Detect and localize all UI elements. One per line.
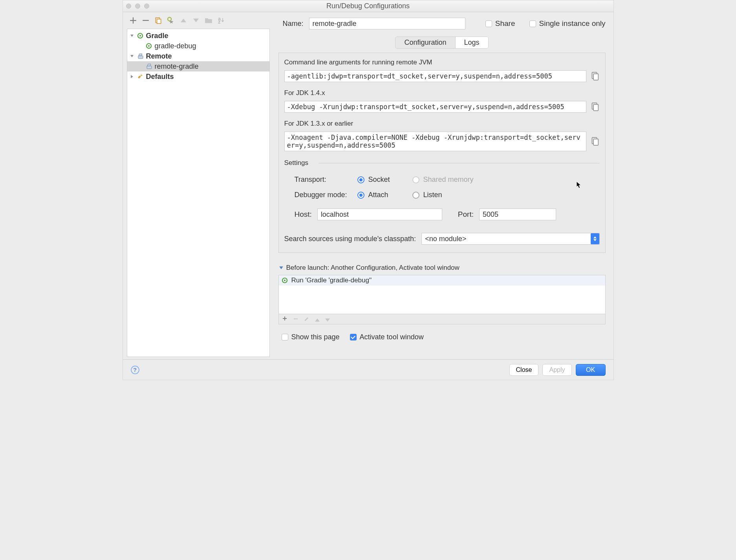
- configuration-panel: Command line arguments for running remot…: [278, 53, 606, 253]
- checkbox-icon[interactable]: [485, 20, 492, 27]
- copy-icon[interactable]: [591, 72, 600, 81]
- tree-node-label: Remote: [146, 52, 172, 60]
- tree-node-gradle[interactable]: Gradle: [127, 31, 269, 41]
- before-launch-section: Before launch: Another Configuration, Ac…: [278, 264, 606, 324]
- single-instance-checkbox[interactable]: Single instance only: [529, 19, 606, 28]
- svg-rect-8: [138, 56, 143, 59]
- tab-logs[interactable]: Logs: [456, 37, 488, 48]
- search-sources-label: Search sources using module's classpath:: [284, 235, 416, 243]
- show-this-page-checkbox[interactable]: Show this page: [282, 333, 340, 341]
- radio-icon[interactable]: [357, 192, 364, 199]
- gradle-icon: [137, 33, 144, 39]
- add-icon[interactable]: [129, 16, 137, 24]
- config-tree[interactable]: Gradle gradle-debug: [127, 29, 270, 357]
- svg-point-17: [284, 280, 286, 281]
- gradle-icon: [145, 43, 152, 49]
- tree-node-label: remote-gradle: [155, 62, 199, 71]
- remove-icon[interactable]: [293, 315, 298, 324]
- svg-rect-15: [593, 139, 598, 145]
- add-icon[interactable]: [282, 315, 287, 324]
- name-input[interactable]: [309, 18, 465, 29]
- checkbox-icon[interactable]: [350, 334, 357, 340]
- apply-button[interactable]: Apply: [542, 364, 571, 376]
- disclose-icon[interactable]: [278, 265, 284, 270]
- single-instance-label: Single instance only: [539, 19, 606, 28]
- transport-socket-radio[interactable]: Socket: [357, 176, 412, 184]
- cmd-line-label-3: For JDK 1.3.x or earlier: [284, 120, 600, 128]
- copy-config-icon[interactable]: [154, 16, 162, 24]
- remote-icon: [137, 53, 144, 59]
- dropdown-stepper-icon[interactable]: [591, 233, 599, 244]
- radio-icon: [412, 176, 419, 183]
- ok-button[interactable]: OK: [576, 364, 606, 376]
- svg-rect-2: [157, 19, 161, 24]
- activate-tool-checkbox[interactable]: Activate tool window: [350, 333, 424, 341]
- folder-icon[interactable]: [205, 16, 212, 24]
- before-launch-list[interactable]: Run 'Gradle 'gradle-debug'': [278, 275, 606, 314]
- svg-rect-13: [593, 104, 598, 111]
- radio-icon[interactable]: [357, 176, 364, 183]
- host-input[interactable]: [317, 209, 442, 220]
- wrench-icon: [137, 73, 144, 80]
- svg-point-5: [139, 35, 141, 37]
- close-button[interactable]: Close: [509, 364, 539, 376]
- share-checkbox[interactable]: Share: [485, 19, 515, 28]
- move-up-icon[interactable]: [315, 315, 320, 324]
- sidebar-toolbar: az: [127, 15, 270, 26]
- tree-node-remote[interactable]: Remote: [127, 51, 269, 61]
- before-launch-item-label: Run 'Gradle 'gradle-debug'': [291, 276, 372, 284]
- window-title: Run/Debug Configurations: [123, 2, 613, 10]
- host-label: Host:: [295, 210, 312, 219]
- debugger-mode-label: Debugger mode:: [295, 191, 357, 199]
- config-tabs: Configuration Logs: [395, 37, 488, 49]
- cmd-line-label-1: Command line arguments for running remot…: [284, 59, 600, 66]
- port-input[interactable]: [479, 209, 556, 220]
- remove-icon[interactable]: [142, 16, 150, 24]
- main-panel: Name: Share Single instance only Configu…: [272, 12, 613, 359]
- tree-node-label: Gradle: [146, 32, 168, 40]
- svg-point-7: [148, 45, 150, 47]
- disclose-icon[interactable]: [130, 34, 134, 38]
- edit-icon[interactable]: [304, 315, 309, 324]
- before-launch-item[interactable]: Run 'Gradle 'gradle-debug'': [279, 275, 605, 285]
- tab-configuration[interactable]: Configuration: [395, 37, 455, 48]
- svg-rect-18: [294, 318, 298, 319]
- cmd-line-value-2[interactable]: -Xdebug -Xrunjdwp:transport=dt_socket,se…: [284, 101, 586, 113]
- debugger-attach-radio[interactable]: Attach: [357, 191, 412, 199]
- disclose-icon[interactable]: [130, 54, 134, 58]
- tree-node-remote-gradle[interactable]: remote-gradle: [127, 61, 269, 71]
- share-label: Share: [495, 19, 515, 28]
- copy-icon[interactable]: [591, 102, 600, 111]
- disclose-icon[interactable]: [130, 75, 134, 79]
- tree-node-defaults[interactable]: Defaults: [127, 71, 269, 82]
- cmd-line-value-1[interactable]: -agentlib:jdwp=transport=dt_socket,serve…: [284, 70, 586, 82]
- tree-node-gradle-debug[interactable]: gradle-debug: [127, 41, 269, 51]
- help-button[interactable]: ?: [131, 366, 139, 374]
- debugger-listen-radio[interactable]: Listen: [412, 191, 479, 199]
- search-sources-value[interactable]: <no module>: [421, 233, 599, 245]
- radio-icon[interactable]: [412, 192, 419, 199]
- save-template-icon[interactable]: [167, 16, 175, 24]
- sidebar: az Gradle: [123, 12, 272, 359]
- checkbox-icon[interactable]: [282, 334, 288, 340]
- svg-rect-9: [147, 66, 152, 69]
- svg-point-3: [168, 17, 171, 21]
- tree-node-label: gradle-debug: [155, 42, 196, 50]
- footer: ? Close Apply OK: [123, 359, 613, 380]
- titlebar: Run/Debug Configurations: [123, 0, 613, 12]
- gradle-icon: [281, 277, 288, 284]
- move-up-icon[interactable]: [179, 16, 187, 24]
- search-sources-select[interactable]: <no module>: [421, 233, 599, 245]
- svg-rect-0: [143, 20, 149, 21]
- run-debug-window: Run/Debug Configurations: [123, 0, 614, 380]
- cmd-line-value-3[interactable]: -Xnoagent -Djava.compiler=NONE -Xdebug -…: [284, 132, 586, 151]
- transport-shared-radio: Shared memory: [412, 176, 479, 184]
- copy-icon[interactable]: [591, 137, 600, 146]
- move-down-icon[interactable]: [325, 315, 330, 324]
- move-down-icon[interactable]: [192, 16, 200, 24]
- cmd-line-label-2: For JDK 1.4.x: [284, 89, 600, 97]
- transport-label: Transport:: [295, 176, 357, 184]
- sort-alpha-icon[interactable]: az: [217, 16, 225, 24]
- name-label: Name:: [278, 20, 304, 28]
- checkbox-icon[interactable]: [529, 20, 536, 27]
